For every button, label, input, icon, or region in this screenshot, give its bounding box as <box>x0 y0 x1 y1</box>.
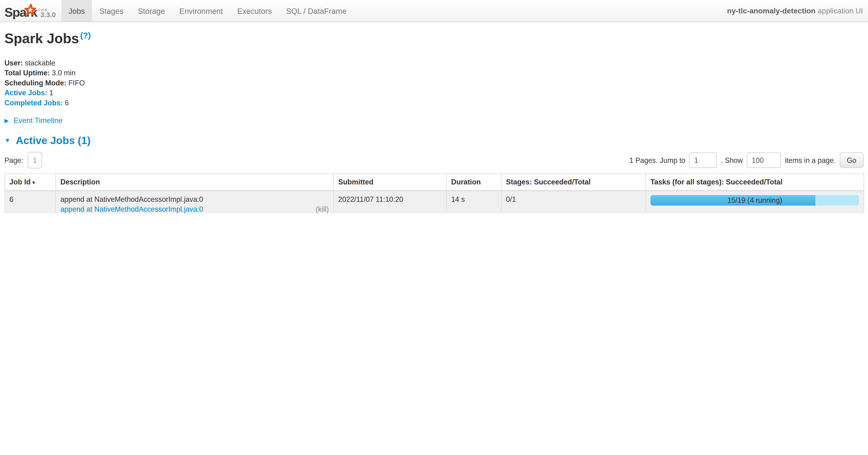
job-detail-link[interactable]: append at NativeMethodAccessorImpl.java:… <box>60 204 203 213</box>
chevron-right-icon: ▶ <box>4 118 9 124</box>
active-jobs-section-header[interactable]: ▼ Active Jobs (1) <box>4 135 864 147</box>
nav-tabs: Jobs Stages Storage Environment Executor… <box>61 0 354 22</box>
submitted-cell: 2022/11/07 11:10:20 <box>334 191 446 213</box>
tab-storage[interactable]: Storage <box>130 0 172 22</box>
job-summary: User: stackable Total Uptime: 3.0 min Sc… <box>4 58 864 108</box>
duration-cell: 14 s <box>446 191 501 213</box>
tab-stages[interactable]: Stages <box>92 0 130 22</box>
application-name-bold: ny-tlc-anomaly-detection <box>727 6 815 15</box>
spark-star-icon <box>24 4 36 18</box>
jump-to-input[interactable] <box>689 152 717 168</box>
table-header-row: Job Id▾ Description Submitted Duration S… <box>5 174 864 191</box>
summary-active-jobs: Active Jobs: 1 <box>4 88 864 98</box>
pager-active-top: Page: 1 Pages. Jump to . Show items in a… <box>4 152 864 169</box>
summary-completed-jobs: Completed Jobs: 6 <box>4 98 864 108</box>
header-submitted[interactable]: Submitted <box>334 174 446 191</box>
tab-jobs[interactable]: Jobs <box>61 0 92 22</box>
summary-uptime: Total Uptime: 3.0 min <box>4 68 864 78</box>
page-label: Page: <box>4 156 23 164</box>
spark-version: 3.3.0 <box>40 11 56 19</box>
page-number-input[interactable] <box>28 152 42 169</box>
page-title: Spark Jobs(?) <box>4 30 864 47</box>
active-jobs-link[interactable]: Active Jobs: <box>4 89 48 97</box>
navbar: APACHE Spark 3.3.0 Jobs Stages Storage E… <box>0 0 868 22</box>
application-name: ny-tlc-anomaly-detection application UI <box>727 0 868 22</box>
go-button[interactable]: Go <box>840 152 864 168</box>
description-cell: append at NativeMethodAccessorImpl.java:… <box>56 191 334 213</box>
summary-user: User: stackable <box>4 58 864 68</box>
pages-jump-text: 1 Pages. Jump to <box>629 156 685 164</box>
spark-logo: APACHE Spark 3.3.0 <box>0 0 61 22</box>
active-job-row: 6 append at NativeMethodAccessorImpl.jav… <box>5 191 864 213</box>
summary-scheduling-mode: Scheduling Mode: FIFO <box>4 78 864 88</box>
header-job-id[interactable]: Job Id▾ <box>5 174 56 191</box>
header-tasks[interactable]: Tasks (for all stages): Succeeded/Total <box>646 174 864 191</box>
chevron-down-icon: ▼ <box>4 137 10 143</box>
event-timeline-toggle[interactable]: ▶ Event Timeline <box>4 116 864 124</box>
job-id-cell: 6 <box>5 191 56 213</box>
stages-cell: 0/1 <box>501 191 646 213</box>
spark-logo-text: APACHE Spark <box>4 6 37 19</box>
tab-sql-dataframe[interactable]: SQL / DataFrame <box>279 0 354 22</box>
items-text: items in a page. <box>785 156 836 164</box>
sort-desc-icon: ▾ <box>32 179 35 186</box>
tab-environment[interactable]: Environment <box>172 0 230 22</box>
header-duration[interactable]: Duration <box>446 174 501 191</box>
items-per-page-input[interactable] <box>747 152 781 168</box>
help-link[interactable]: (?) <box>80 30 91 40</box>
tab-executors[interactable]: Executors <box>230 0 279 22</box>
kill-link[interactable]: (kill) <box>316 204 329 213</box>
header-description[interactable]: Description <box>56 174 334 191</box>
application-name-suffix: application UI <box>818 6 863 15</box>
tasks-progress-bar: 15/19 (4 running) <box>650 195 859 205</box>
header-stages[interactable]: Stages: Succeeded/Total <box>501 174 646 191</box>
active-jobs-table: Job Id▾ Description Submitted Duration S… <box>4 173 864 213</box>
tasks-cell: 15/19 (4 running) <box>646 191 864 213</box>
completed-jobs-link[interactable]: Completed Jobs: <box>4 98 63 107</box>
show-text: . Show <box>721 156 743 164</box>
